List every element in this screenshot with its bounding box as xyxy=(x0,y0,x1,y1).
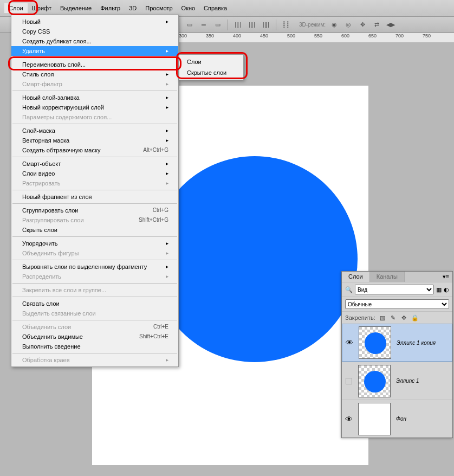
menu-item-удалить[interactable]: Удалить xyxy=(11,46,178,56)
menu-item-переименовать-слой-[interactable]: Переименовать слой... xyxy=(11,60,178,69)
layer-row[interactable]: 👁Эллипс 1 копия xyxy=(342,324,452,362)
lock-position-icon[interactable]: ✥ xyxy=(400,314,408,321)
menu-view[interactable]: Просмотр xyxy=(141,3,177,13)
menu-item-label: Стиль слоя xyxy=(22,71,54,78)
menu-item-параметры-содержимого-слоя-: Параметры содержимого слоя... xyxy=(11,112,178,122)
menu-layers[interactable]: Слои xyxy=(4,3,28,13)
menu-item-связать-слои[interactable]: Связать слои xyxy=(11,299,178,308)
menu-item-label: Объединить видимые xyxy=(22,333,83,340)
menu-item-создать-обтравочную-маску[interactable]: Создать обтравочную маскуAlt+Ctrl+G xyxy=(11,145,178,155)
menu-item-выровнять-слои-по-выделенному-фрагменту[interactable]: Выровнять слои по выделенному фрагменту xyxy=(11,262,178,272)
menu-item-label: Слои видео xyxy=(22,170,55,177)
menu-item-новый-фрагмент-из-слоя[interactable]: Новый фрагмент из слоя xyxy=(11,192,178,202)
menu-item-label: Выделить связанные слои xyxy=(22,310,96,317)
menu-item-label: Переименовать слой... xyxy=(22,61,86,68)
3d-scale-icon[interactable]: ◀▶ xyxy=(385,20,396,30)
menu-item-label: Скрыть слои xyxy=(22,227,57,233)
menu-shortcut: Shift+Ctrl+G xyxy=(139,217,168,223)
menu-item-label: Векторная маска xyxy=(22,137,69,144)
menu-item-label: Объединить фигуры xyxy=(22,250,79,256)
layer-name[interactable]: Эллипс 1 xyxy=(393,378,419,384)
layer-name[interactable]: Фон xyxy=(393,416,406,422)
submenu-delete-layers[interactable]: Слои xyxy=(179,56,243,67)
ruler-tick: 650 xyxy=(368,33,377,38)
visibility-eye-icon[interactable]: 👁 xyxy=(342,338,356,347)
menu-item-label: Слой-маска xyxy=(22,127,55,134)
align-bottom-icon[interactable]: ▭ xyxy=(212,20,223,30)
menu-item-новый-корректирующий-слой[interactable]: Новый корректирующий слой xyxy=(11,102,178,112)
ruler-tick: 300 xyxy=(179,33,187,38)
menu-3d[interactable]: 3D xyxy=(125,3,141,13)
3d-slide-icon[interactable]: ⇄ xyxy=(371,20,382,30)
layer-name[interactable]: Эллипс 1 копия xyxy=(393,340,436,346)
menu-item-label: Распределить xyxy=(22,273,61,280)
menu-selection[interactable]: Выделение xyxy=(56,3,96,13)
menu-font[interactable]: Шрифт xyxy=(28,3,56,13)
align-top-icon[interactable]: ▭ xyxy=(184,20,195,30)
layers-panel[interactable]: Слои Каналы ▾≡ 🔍 Вид ▦ ◐ Обычные Закрепи… xyxy=(341,271,453,438)
menu-item-label: Смарт-объект xyxy=(22,160,61,167)
menu-item-слои-видео[interactable]: Слои видео xyxy=(11,169,178,178)
menu-item-векторная-маска[interactable]: Векторная маска xyxy=(11,136,178,145)
align-middle-icon[interactable]: ═ xyxy=(198,20,209,30)
ellipse-shape[interactable] xyxy=(152,156,358,362)
submenu-delete-hidden[interactable]: Скрытые слои xyxy=(179,67,243,78)
menu-shortcut: Ctrl+E xyxy=(153,324,168,330)
menu-item-слой-маска[interactable]: Слой-маска xyxy=(11,126,178,136)
3d-orbit-icon[interactable]: ◉ xyxy=(329,20,340,30)
3d-roll-icon[interactable]: ◎ xyxy=(343,20,354,30)
filter-type-select[interactable]: Вид xyxy=(355,285,434,294)
menu-item-выполнить-сведение[interactable]: Выполнить сведение xyxy=(11,342,178,351)
menu-item-объединить-видимые[interactable]: Объединить видимыеShift+Ctrl+E xyxy=(11,332,178,342)
menu-item-copy-css[interactable]: Copy CSS xyxy=(11,27,178,36)
menu-shortcut: Alt+Ctrl+G xyxy=(143,147,168,153)
menu-item-упорядочить[interactable]: Упорядочить xyxy=(11,239,178,248)
layer-list: 👁Эллипс 1 копияЭллипс 1👁Фон xyxy=(342,324,452,438)
distribute-icon[interactable]: ┋┋ xyxy=(281,20,291,30)
ruler-tick: 450 xyxy=(260,33,268,38)
menu-item-обработка-краев: Обработка краев xyxy=(11,355,178,365)
3d-pan-icon[interactable]: ✥ xyxy=(357,20,368,30)
menu-item-label: Разгруппировать слои xyxy=(22,217,84,223)
filter-pixel-icon[interactable]: ▦ xyxy=(436,286,442,293)
menu-item-создать-дубликат-слоя-[interactable]: Создать дубликат слоя... xyxy=(11,36,178,46)
panel-menu-icon[interactable]: ▾≡ xyxy=(439,272,452,282)
lock-paint-icon[interactable]: ✎ xyxy=(390,314,397,321)
panel-tab-channels[interactable]: Каналы xyxy=(370,272,405,282)
menu-item-label: Новый фрагмент из слоя xyxy=(22,194,92,200)
layer-row[interactable]: 👁Фон xyxy=(342,400,452,438)
distribute-v-icon[interactable]: |‖| xyxy=(247,20,257,30)
menu-item-стиль-слоя[interactable]: Стиль слоя xyxy=(11,69,178,79)
menu-item-новый-слой-заливка[interactable]: Новый слой-заливка xyxy=(11,93,178,102)
menu-filter[interactable]: Фильтр xyxy=(96,3,125,13)
search-icon[interactable]: 🔍 xyxy=(345,286,353,293)
layer-thumbnail[interactable] xyxy=(358,403,391,435)
menu-item-сгруппировать-слои[interactable]: Сгруппировать слоиCtrl+G xyxy=(11,205,178,215)
visibility-eye-icon[interactable]: 👁 xyxy=(342,415,356,423)
menu-item-разгруппировать-слои: Разгруппировать слоиShift+Ctrl+G xyxy=(11,215,178,225)
lock-all-icon[interactable]: 🔒 xyxy=(411,314,419,321)
menu-item-label: Обработка краев xyxy=(22,357,70,363)
menu-item-label: Создать дубликат слоя... xyxy=(22,38,92,44)
menu-item-новый[interactable]: Новый xyxy=(11,17,178,27)
distribute-center-icon[interactable]: |‖| xyxy=(261,20,271,30)
menu-item-label: Выровнять слои по выделенному фрагменту xyxy=(22,263,147,270)
ruler-tick: 700 xyxy=(395,33,404,38)
menu-help[interactable]: Справка xyxy=(199,3,231,13)
menu-item-смарт-объект[interactable]: Смарт-объект xyxy=(11,159,178,169)
menu-item-объединить-фигуры: Объединить фигуры xyxy=(11,248,178,258)
layer-row[interactable]: Эллипс 1 xyxy=(342,362,452,400)
menu-window[interactable]: Окно xyxy=(177,3,200,13)
filter-adjust-icon[interactable]: ◐ xyxy=(444,286,449,293)
lock-transparent-icon[interactable]: ▧ xyxy=(379,314,386,321)
visibility-eye-icon[interactable] xyxy=(346,378,352,384)
distribute-h-icon[interactable]: |‖| xyxy=(232,20,243,30)
blend-mode-select[interactable]: Обычные xyxy=(345,299,449,309)
menu-item-растрировать: Растрировать xyxy=(11,178,178,188)
panel-tab-layers[interactable]: Слои xyxy=(342,272,370,282)
3d-mode-label: 3D-режим: xyxy=(299,22,326,28)
layer-thumbnail[interactable] xyxy=(359,326,391,359)
menu-item-скрыть-слои[interactable]: Скрыть слои xyxy=(11,225,178,235)
layer-thumbnail[interactable] xyxy=(358,365,391,397)
layers-dropdown: НовыйCopy CSSСоздать дубликат слоя...Уда… xyxy=(11,15,179,367)
